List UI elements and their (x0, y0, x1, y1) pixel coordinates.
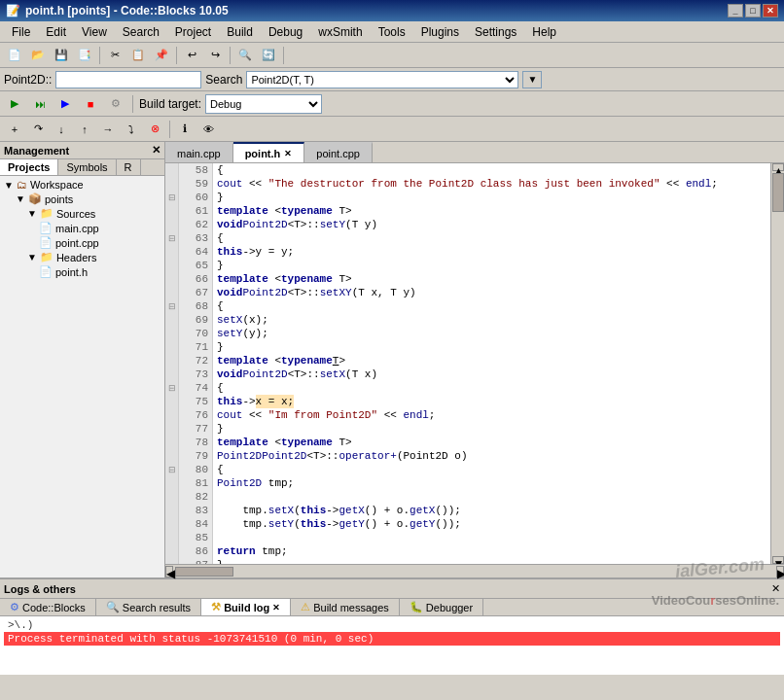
fold-marker-68[interactable]: ⊟ (165, 299, 178, 313)
dropdown-arrow[interactable]: ▼ (522, 71, 542, 88)
menu-search[interactable]: Search (115, 23, 167, 41)
cut-button[interactable]: ✂ (104, 45, 125, 66)
search-row: Point2D:: Search Point2D(T, T) ▼ (0, 68, 784, 91)
stop-build-button[interactable]: ■ (80, 93, 101, 115)
menu-wxsmith[interactable]: wxSmith (310, 23, 370, 41)
paste-button[interactable]: 📌 (151, 45, 172, 66)
fold-space-58 (165, 163, 178, 177)
scroll-left-arrow[interactable]: ◀ (165, 566, 173, 578)
fold-marker-60[interactable]: ⊟ (165, 191, 178, 204)
h-scroll-thumb[interactable] (175, 567, 233, 577)
line-85 (217, 531, 766, 544)
code-editor[interactable]: ⊟ ⊟ ⊟ ⊟ (165, 163, 770, 564)
tab-point-h-close[interactable]: ✕ (284, 149, 292, 158)
menu-plugins[interactable]: Plugins (413, 23, 467, 41)
code-text[interactable]: { cout << "The destructor from the Point… (213, 163, 770, 564)
build-target-select[interactable]: Debug (205, 94, 322, 114)
save-all-button[interactable]: 📑 (74, 45, 95, 66)
close-button[interactable]: ✕ (763, 4, 778, 18)
scroll-thumb[interactable] (772, 173, 784, 212)
line-58: { (217, 163, 766, 177)
fold-space-81 (165, 476, 178, 490)
build-target-button[interactable]: ⚙ (105, 93, 126, 115)
line-71: } (217, 340, 766, 354)
menu-debug[interactable]: Debug (261, 23, 310, 41)
fold-marker-74[interactable]: ⊟ (165, 381, 178, 395)
next-instruction-button[interactable]: ⤵ (121, 119, 142, 140)
redo-button[interactable]: ↪ (204, 45, 226, 66)
menu-project[interactable]: Project (167, 23, 219, 41)
maximize-button[interactable]: □ (745, 4, 761, 18)
step-button[interactable]: ↷ (27, 119, 49, 140)
open-button[interactable]: 📂 (27, 45, 49, 66)
menu-file[interactable]: File (4, 23, 38, 41)
bottom-tab-codeblocks[interactable]: ⚙ Code::Blocks (0, 599, 96, 615)
sep6 (169, 121, 170, 138)
vertical-scrollbar[interactable]: ▲ ▼ (770, 163, 784, 564)
project-tree: ▼ 🗂 Workspace ▼ 📦 points ▼ 📁 Sources 📄 m… (0, 176, 164, 578)
line-64: this->y = y; (217, 245, 766, 259)
tab-point-h[interactable]: point.h ✕ (233, 142, 305, 162)
bottom-panel-header: Logs & others ✕ (0, 579, 784, 599)
menu-settings[interactable]: Settings (467, 23, 524, 41)
tree-sources-folder[interactable]: ▼ 📁 Sources (25, 206, 162, 221)
watches-button[interactable]: 👁 (197, 119, 219, 140)
tree-main-cpp[interactable]: 📄 main.cpp (37, 221, 162, 235)
tab-r[interactable]: R (117, 159, 141, 175)
tab-point-cpp[interactable]: point.cpp (304, 142, 373, 162)
bottom-tab-buildmsg[interactable]: ⚠ Build messages (291, 599, 400, 615)
menu-tools[interactable]: Tools (371, 23, 413, 41)
line-60: } (217, 191, 766, 204)
undo-button[interactable]: ↩ (181, 45, 202, 66)
title-bar: 📝 point.h [points] - Code::Blocks 10.05 … (0, 0, 784, 21)
tree-project[interactable]: ▼ 📦 points (14, 192, 162, 206)
tree-workspace[interactable]: ▼ 🗂 Workspace (2, 178, 162, 192)
save-button[interactable]: 💾 (51, 45, 72, 66)
horizontal-scrollbar[interactable]: ◀ ▶ (165, 564, 784, 578)
copy-button[interactable]: 📋 (127, 45, 149, 66)
fold-space-65 (165, 259, 178, 272)
tree-headers-folder[interactable]: ▼ 📁 Headers (25, 250, 162, 264)
stop-debug-button[interactable]: ⊗ (144, 119, 165, 140)
find-button[interactable]: 🔍 (234, 45, 256, 66)
scroll-right-arrow[interactable]: ▶ (776, 566, 784, 578)
window-title: point.h [points] - Code::Blocks 10.05 (25, 4, 229, 18)
menu-help[interactable]: Help (524, 23, 564, 41)
line-67: void Point2D<T>::setXY(T x, T y) (217, 286, 766, 299)
replace-button[interactable]: 🔄 (258, 45, 279, 66)
build-run-button[interactable]: ▶ (54, 93, 76, 115)
menu-edit[interactable]: Edit (38, 23, 74, 41)
log-line-1: >\.) (4, 618, 780, 632)
fold-marker-80[interactable]: ⊟ (165, 463, 178, 476)
tab-symbols[interactable]: Symbols (58, 159, 116, 175)
menu-view[interactable]: View (74, 23, 115, 41)
bottom-tab-debugger[interactable]: 🐛 Debugger (400, 599, 483, 615)
run-to-cursor-button[interactable]: → (97, 119, 119, 140)
bottom-tab-search[interactable]: 🔍 Search results (96, 599, 201, 615)
bottom-tab-buildlog[interactable]: ⚒ Build log ✕ (201, 599, 291, 615)
point-h-icon: 📄 (39, 265, 53, 278)
minimize-button[interactable]: _ (728, 4, 743, 18)
step-out-button[interactable]: ↑ (74, 119, 95, 140)
fold-marker-63[interactable]: ⊟ (165, 231, 178, 245)
tab-projects[interactable]: Projects (0, 159, 58, 175)
run-button[interactable]: ▶ (4, 93, 25, 115)
new-button[interactable]: 📄 (4, 45, 25, 66)
line-72: template <typename T> (217, 354, 766, 368)
search-input[interactable] (55, 71, 201, 88)
tree-point-cpp[interactable]: 📄 point.cpp (37, 235, 162, 250)
panel-title: Management (4, 145, 69, 157)
add-watch-button[interactable]: + (4, 119, 25, 140)
bottom-panel-close[interactable]: ✕ (771, 582, 780, 595)
tab-main-cpp[interactable]: main.cpp (165, 142, 233, 162)
scroll-down-arrow[interactable]: ▼ (772, 556, 784, 564)
menu-build[interactable]: Build (219, 23, 261, 41)
buildlog-close-icon[interactable]: ✕ (272, 603, 280, 612)
step-in-button[interactable]: ↓ (51, 119, 72, 140)
function-dropdown[interactable]: Point2D(T, T) (246, 71, 518, 88)
scroll-up-arrow[interactable]: ▲ (772, 163, 784, 171)
panel-close-button[interactable]: ✕ (152, 144, 160, 157)
tree-point-h[interactable]: 📄 point.h (37, 264, 162, 279)
run-next-button[interactable]: ⏭ (29, 93, 51, 115)
info-button[interactable]: ℹ (174, 119, 196, 140)
